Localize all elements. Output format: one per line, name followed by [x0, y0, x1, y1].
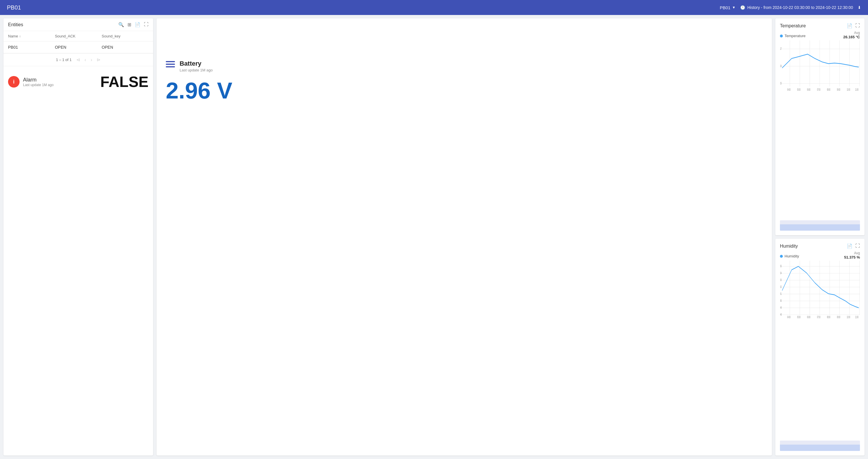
first-page-button[interactable]: ⊲	[76, 57, 80, 62]
svg-text:05:00: 05:00	[797, 88, 801, 92]
svg-text:06:00: 06:00	[807, 315, 810, 318]
cell-sound-key: OPEN	[102, 45, 149, 50]
humidity-minimap-fill	[780, 444, 860, 451]
humidity-legend-label: Humidity	[784, 254, 799, 258]
battery-info: Battery Last update 1M ago	[180, 60, 213, 72]
battery-header-row: Battery Last update 1M ago	[166, 60, 213, 72]
clock-icon: 🕐	[740, 5, 745, 10]
alarm-update: Last update 1M ago	[23, 83, 54, 87]
svg-text:08:00: 08:00	[827, 315, 830, 318]
battery-line-1	[166, 61, 175, 62]
pagination-info: 1 – 1 of 1	[56, 58, 72, 62]
export-icon[interactable]: 📄	[135, 22, 141, 27]
col-sound-key: Sound_key	[102, 34, 149, 38]
col-name[interactable]: Name ↑	[8, 34, 55, 38]
temperature-export-icon[interactable]: 📄	[847, 23, 852, 29]
cell-name: PB01	[8, 45, 55, 50]
temperature-legend-dot	[780, 34, 783, 37]
svg-text:10:00: 10:00	[847, 88, 850, 92]
device-name: PB01	[720, 5, 731, 10]
battery-line-2	[166, 64, 175, 65]
temperature-minimap[interactable]	[780, 220, 860, 231]
humidity-icons: 📄 ⛶	[847, 243, 860, 249]
svg-text:08:00: 08:00	[827, 88, 830, 92]
temperature-chart-area: 27 26 25 04:00 05:00 06:00 07:00 08:00 0…	[780, 40, 860, 218]
temperature-card: Temperature 📄 ⛶ Temperature Avg 26.165 °…	[775, 19, 865, 235]
next-page-button[interactable]: ›	[91, 57, 92, 62]
table-row[interactable]: PB01 OPEN OPEN	[3, 41, 153, 53]
svg-text:11:00: 11:00	[855, 315, 859, 318]
svg-text:11:00: 11:00	[855, 88, 859, 92]
battery-label: Battery	[180, 60, 213, 67]
app-header: PB01 PB01 ▼ 🕐 History - from 2024-10-22 …	[0, 0, 868, 15]
temperature-avg-label: Avg	[843, 31, 860, 35]
humidity-legend: Humidity	[780, 254, 799, 258]
svg-text:52: 52	[780, 285, 782, 289]
svg-text:54: 54	[780, 271, 782, 275]
humidity-card: Humidity 📄 ⛶ Humidity Avg 51.375 %	[775, 239, 865, 456]
temperature-chart-svg: 27 26 25 04:00 05:00 06:00 07:00 08:00 0…	[780, 40, 860, 92]
temperature-avg-value: 26.165 °C	[843, 35, 860, 39]
alarm-value: FALSE	[100, 73, 149, 90]
temperature-legend: Temperature	[780, 34, 806, 38]
svg-text:07:00: 07:00	[817, 88, 820, 92]
alarm-info: i Alarm Last update 1M ago	[8, 76, 54, 88]
svg-text:26: 26	[780, 64, 782, 68]
temperature-fullscreen-icon[interactable]: ⛶	[855, 23, 860, 29]
fullscreen-icon[interactable]: ⛶	[144, 22, 149, 27]
search-icon[interactable]: 🔍	[118, 22, 124, 27]
col-name-label: Name	[8, 34, 18, 38]
svg-text:55: 55	[780, 264, 782, 268]
svg-text:51: 51	[780, 292, 782, 296]
svg-text:50: 50	[780, 299, 782, 303]
humidity-export-icon[interactable]: 📄	[847, 243, 852, 249]
last-page-button[interactable]: ⊳	[97, 57, 100, 62]
humidity-header: Humidity 📄 ⛶	[780, 243, 860, 249]
svg-text:48: 48	[780, 313, 782, 316]
temperature-icons: 📄 ⛶	[847, 23, 860, 29]
col-sound-ack: Sound_ACK	[55, 34, 102, 38]
entities-icons: 🔍 ⊞ 📄 ⛶	[118, 22, 149, 27]
humidity-chart-svg: 55 54 53 52 51 50 49 48 04:00 05:00 06:0…	[780, 261, 860, 318]
humidity-avg-label: Avg	[844, 251, 860, 255]
battery-lines-icon	[166, 61, 175, 67]
columns-icon[interactable]: ⊞	[127, 22, 131, 27]
temperature-header: Temperature 📄 ⛶	[780, 23, 860, 29]
cell-sound-ack: OPEN	[55, 45, 102, 50]
header-right: PB01 ▼ 🕐 History - from 2024-10-22 03:30…	[720, 5, 861, 10]
svg-text:04:00: 04:00	[787, 88, 790, 92]
history-label: History - from 2024-10-22 03:30:00 to 20…	[747, 5, 853, 10]
svg-text:05:00: 05:00	[797, 315, 801, 318]
table-header: Name ↑ Sound_ACK Sound_key	[3, 31, 153, 41]
alarm-label: Alarm	[23, 77, 54, 83]
svg-text:53: 53	[780, 278, 782, 282]
humidity-avg-value: 51.375 %	[844, 255, 860, 259]
svg-text:04:00: 04:00	[787, 315, 790, 318]
svg-text:10:00: 10:00	[847, 315, 850, 318]
alarm-section: i Alarm Last update 1M ago FALSE	[3, 66, 153, 97]
sort-icon: ↑	[19, 34, 21, 38]
chevron-down-icon: ▼	[732, 5, 736, 9]
battery-card: Battery Last update 1M ago 2.96 V	[157, 19, 772, 456]
humidity-legend-dot	[780, 255, 783, 258]
alarm-text: Alarm Last update 1M ago	[23, 77, 54, 87]
svg-text:07:00: 07:00	[817, 315, 820, 318]
battery-update: Last update 1M ago	[180, 68, 213, 72]
humidity-chart-area: 55 54 53 52 51 50 49 48 04:00 05:00 06:0…	[780, 261, 860, 438]
svg-text:27: 27	[780, 47, 782, 51]
battery-line-3	[166, 66, 175, 67]
entities-top: Entities 🔍 ⊞ 📄 ⛶ Name ↑ Sound_ACK Sound_…	[3, 19, 153, 66]
temperature-title: Temperature	[780, 23, 806, 29]
main-container: Entities 🔍 ⊞ 📄 ⛶ Name ↑ Sound_ACK Sound_…	[0, 15, 868, 459]
humidity-minimap[interactable]	[780, 440, 860, 451]
humidity-title: Humidity	[780, 243, 798, 249]
temperature-minimap-fill	[780, 224, 860, 231]
humidity-fullscreen-icon[interactable]: ⛶	[855, 243, 860, 249]
svg-text:25: 25	[780, 82, 782, 85]
entities-title: Entities	[8, 22, 23, 27]
device-selector[interactable]: PB01 ▼	[720, 5, 736, 10]
download-button[interactable]: ⬇	[858, 5, 861, 10]
prev-page-button[interactable]: ‹	[85, 57, 86, 62]
alarm-icon: i	[8, 76, 20, 88]
entities-card: Entities 🔍 ⊞ 📄 ⛶ Name ↑ Sound_ACK Sound_…	[3, 19, 153, 456]
